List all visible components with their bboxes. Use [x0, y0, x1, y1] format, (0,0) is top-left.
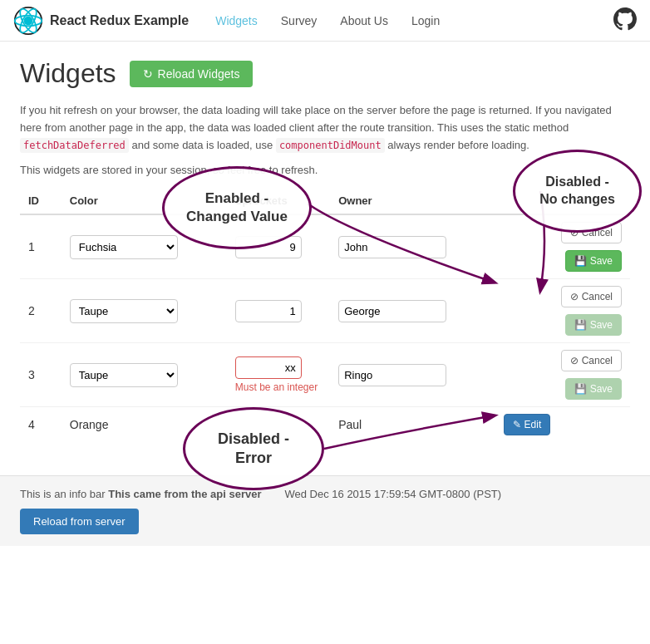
th-color: Color [62, 188, 227, 214]
main-content: Widgets ↻ Reload Widgets If you hit refr… [0, 42, 650, 459]
cancel-button-2[interactable]: ⊘ Cancel [561, 286, 622, 307]
cell-sprockets-2 [227, 279, 330, 343]
cell-owner-4: Paul [330, 407, 495, 443]
cell-color-2: Fuchsia Taupe Orange [62, 279, 227, 343]
description-text-1: If you hit refresh on your browser, the … [20, 104, 612, 134]
cancel-button-1[interactable]: ⊘ Cancel [561, 222, 622, 243]
reload-from-server-button[interactable]: Reload from server [20, 509, 139, 534]
color-select-1[interactable]: Fuchsia Taupe Orange Blue [70, 235, 178, 259]
page-title: Widgets [20, 58, 116, 89]
sprockets-input-1[interactable] [235, 236, 302, 258]
owner-input-2[interactable] [338, 300, 446, 322]
info-bar-content: This is an info bar This came from the a… [20, 488, 630, 500]
description-paragraph-2: This widgets are stored in your session,… [20, 162, 630, 179]
description-text-2: and some data is loaded, use [129, 139, 276, 151]
cell-actions-3: ⊘ Cancel 💾 Save [495, 343, 630, 407]
brand-name: React Redux Example [50, 13, 189, 28]
th-sprockets: Sprockets [227, 188, 330, 214]
th-owner: Owner [330, 188, 495, 214]
owner-input-3[interactable] [338, 364, 446, 386]
cell-actions-2: ⊘ Cancel 💾 Save [495, 279, 630, 343]
sprockets-input-2[interactable] [235, 300, 302, 322]
table-row: 1 Fuchsia Taupe Orange Blue [20, 214, 630, 279]
save-button-1[interactable]: 💾 Save [565, 250, 622, 272]
info-bar-bold: This came from the api server [108, 488, 261, 500]
table-row: 4 Orange Paul ✎ Edit [20, 407, 630, 443]
reload-widgets-button[interactable]: ↻ Reload Widgets [130, 61, 254, 87]
cancel-button-3[interactable]: ⊘ Cancel [561, 350, 622, 371]
cell-id-3: 3 [20, 343, 62, 407]
cell-id-1: 1 [20, 214, 62, 279]
svg-point-1 [24, 16, 33, 25]
save-button-3[interactable]: 💾 Save [565, 378, 622, 400]
color-select-2[interactable]: Fuchsia Taupe Orange [70, 299, 178, 323]
error-message-3: Must be an integer [235, 381, 322, 393]
github-icon [613, 7, 637, 31]
code-componentdidmount: componentDidMount [276, 138, 385, 153]
description-paragraph: If you hit refresh on your browser, the … [20, 102, 630, 154]
nav-link-login[interactable]: Login [401, 9, 450, 32]
cell-color-1: Fuchsia Taupe Orange Blue [62, 214, 227, 279]
owner-input-1[interactable] [338, 236, 446, 258]
table-row: 3 Fuchsia Taupe Orange Must be an intege… [20, 343, 630, 407]
reload-icon: ↻ [143, 67, 153, 81]
brand-logo-icon [13, 6, 43, 36]
cell-owner-3 [330, 343, 495, 407]
cell-id-2: 2 [20, 279, 62, 343]
table-header: ID Color Sprockets Owner [20, 188, 630, 214]
info-bar: This is an info bar This came from the a… [0, 475, 650, 546]
th-actions [495, 188, 630, 214]
nav-link-survey[interactable]: Survey [271, 9, 327, 32]
table-body: 1 Fuchsia Taupe Orange Blue [20, 214, 630, 442]
cell-sprockets-4 [227, 407, 330, 443]
nav-links: Widgets Survey About Us Login [205, 9, 613, 32]
th-id: ID [20, 188, 62, 214]
github-link[interactable] [613, 7, 637, 33]
edit-button-4[interactable]: ✎ Edit [504, 414, 550, 435]
cell-owner-2 [330, 279, 495, 343]
cell-color-4: Orange [62, 407, 227, 443]
widgets-table: ID Color Sprockets Owner 1 Fuchsia Taupe… [20, 188, 630, 442]
cell-owner-1 [330, 214, 495, 279]
action-group-1: ⊘ Cancel 💾 Save [504, 222, 622, 272]
description-text-3: always render before loading. [385, 139, 529, 151]
cell-id-4: 4 [20, 407, 62, 443]
cell-color-3: Fuchsia Taupe Orange [62, 343, 227, 407]
table-header-row: ID Color Sprockets Owner [20, 188, 630, 214]
page-header: Widgets ↻ Reload Widgets [20, 58, 630, 89]
nav-link-about[interactable]: About Us [330, 9, 398, 32]
navbar: React Redux Example Widgets Survey About… [0, 0, 650, 42]
info-bar-timestamp: Wed Dec 16 2015 17:59:54 GMT-0800 (PST) [284, 488, 501, 500]
table-row: 2 Fuchsia Taupe Orange [20, 279, 630, 343]
action-group-2: ⊘ Cancel 💾 Save [504, 286, 622, 336]
reload-widgets-label: Reload Widgets [158, 67, 240, 81]
nav-link-widgets[interactable]: Widgets [205, 9, 268, 32]
color-select-3[interactable]: Fuchsia Taupe Orange [70, 363, 178, 387]
cell-sprockets-1 [227, 214, 330, 279]
save-button-2[interactable]: 💾 Save [565, 314, 622, 336]
cell-actions-4: ✎ Edit [495, 407, 630, 443]
info-bar-text: This is an info bar This came from the a… [20, 488, 261, 500]
code-fetchdata: fetchDataDeferred [20, 138, 129, 153]
cell-sprockets-3: Must be an integer [227, 343, 330, 407]
description-session-text: This widgets are stored in your session,… [20, 164, 318, 176]
sprockets-input-3[interactable] [235, 356, 302, 379]
page-wrapper: React Redux Example Widgets Survey About… [0, 0, 650, 546]
action-group-3: ⊘ Cancel 💾 Save [504, 350, 622, 400]
cell-actions-1: ⊘ Cancel 💾 Save [495, 214, 630, 279]
brand-link[interactable]: React Redux Example [13, 6, 189, 36]
